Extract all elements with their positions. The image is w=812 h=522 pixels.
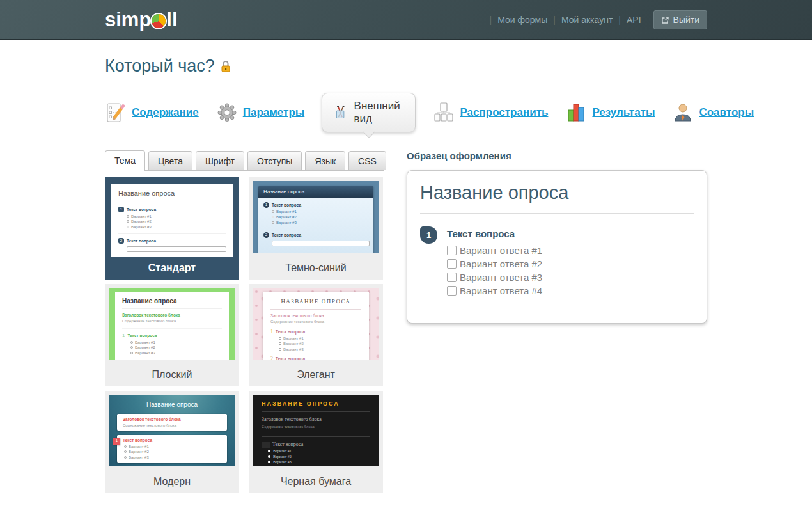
theme-tile-modern[interactable]: Название опроса Заголовок текстового бло…: [105, 391, 239, 493]
nav-item-results-label: Результаты: [592, 106, 655, 119]
theme-preview-modern: Название опроса Заголовок текстового бло…: [105, 391, 239, 470]
theme-preview-flat: Название опроса Заголовок текстового бло…: [105, 284, 239, 363]
appearance-subtabs: Тема Цвета Шрифт Отступы Язык CSS: [105, 150, 384, 171]
sample-divider: [420, 213, 694, 214]
nav-separator: |: [553, 15, 556, 25]
subtab-colors[interactable]: Цвета: [148, 151, 192, 170]
sample-question-title: Текст вопроса: [447, 228, 542, 239]
lock-icon: [221, 60, 231, 72]
mini-option: Вариант #2: [279, 342, 361, 345]
mini-survey-title: Название опроса: [117, 401, 227, 408]
theme-tile-black-paper[interactable]: НАЗВАНИЕ ОПРОСА Заголовок текстового бло…: [249, 391, 383, 493]
bar-chart-icon: [565, 102, 587, 123]
subtab-theme[interactable]: Тема: [105, 150, 145, 171]
nav-item-appearance-active[interactable]: Внешний вид: [322, 93, 416, 132]
subtab-css[interactable]: CSS: [348, 151, 386, 170]
mini-block-title: Заголовок текстового блока: [122, 313, 222, 317]
mini-question-number: 1: [113, 438, 120, 445]
logo-text-right: ll: [166, 8, 177, 31]
nav-item-content-label: Содержание: [132, 106, 199, 119]
mini-question-number: 1: [270, 329, 273, 335]
nav-my-account-link[interactable]: Мой аккаунт: [561, 15, 613, 25]
mini-question-number: 2: [122, 360, 125, 360]
mini-survey-title: Название опроса: [122, 297, 222, 309]
mini-option: Вариант #3: [124, 455, 221, 459]
mini-question-title: Текст вопроса: [127, 239, 156, 243]
nav-item-content[interactable]: Содержание: [105, 102, 199, 123]
mini-question-number: 2: [263, 232, 269, 238]
mini-option: Вариант #1: [130, 340, 222, 344]
nav-item-appearance-label: Внешний вид: [354, 100, 405, 125]
sample-answer-option-3[interactable]: Вариант ответа #3: [447, 272, 542, 283]
mini-question-number: 2: [118, 238, 124, 244]
mini-block-content: Содержание текстового блока: [270, 320, 361, 324]
sample-answer-option-2[interactable]: Вариант ответа #2: [447, 258, 542, 269]
theme-label: Стандарт: [105, 257, 239, 280]
mini-survey-title: НАЗВАНИЕ ОПРОСА: [270, 298, 361, 310]
page-title: Который час?: [105, 56, 215, 76]
app-header: simp ll | Мои формы | Мой аккаунт | API …: [0, 0, 812, 40]
theme-tile-dark-blue[interactable]: Название опроса 1 Текст вопроса Вариант …: [249, 177, 383, 280]
mini-text-input: [272, 241, 370, 246]
nav-item-results[interactable]: Результаты: [565, 102, 655, 123]
checkbox-icon[interactable]: [447, 246, 457, 255]
mini-option: Вариант #1: [279, 336, 361, 340]
mini-option: Вариант #3: [272, 221, 368, 225]
nav-item-parameters[interactable]: Параметры: [216, 102, 305, 123]
nav-api-link[interactable]: API: [627, 15, 641, 25]
simpoll-logo[interactable]: simp ll: [105, 8, 178, 31]
theme-tile-elegant[interactable]: НАЗВАНИЕ ОПРОСА Заголовок текстового бло…: [249, 284, 383, 386]
sample-preview-card: Название опроса 1 Текст вопроса Вариант …: [407, 170, 707, 324]
header-nav: | Мои формы | Мой аккаунт | API Выйти: [490, 10, 707, 29]
logo-text-left: simp: [105, 8, 151, 31]
checkbox-icon[interactable]: [447, 259, 457, 269]
mini-question-number: 1: [122, 333, 125, 338]
nav-item-coauthors[interactable]: Соавторы: [672, 102, 754, 123]
theme-preview-standart: Название опроса 1 Текст вопроса Вариант …: [105, 177, 239, 257]
subtab-font[interactable]: Шрифт: [196, 151, 244, 170]
mini-block-content: Содержание текстового блока: [262, 424, 370, 429]
mini-block-content: Содержание текстового блока: [122, 319, 222, 323]
mini-question-title: Текст вопроса: [123, 438, 221, 443]
logout-button[interactable]: Выйти: [653, 10, 707, 29]
mini-option: Вариант #2: [268, 455, 370, 459]
subtab-language[interactable]: Язык: [305, 151, 345, 170]
theme-tile-standart[interactable]: Название опроса 1 Текст вопроса Вариант …: [105, 177, 239, 280]
sample-answer-option-4[interactable]: Вариант ответа #4: [447, 285, 542, 296]
theme-preview-elegant: НАЗВАНИЕ ОПРОСА Заголовок текстового бло…: [249, 284, 383, 363]
subtab-margins[interactable]: Отступы: [247, 151, 302, 170]
mini-block-title: Заголовок текстового блока: [262, 416, 370, 422]
checkbox-icon[interactable]: [447, 273, 457, 282]
theme-label: Черная бумага: [249, 470, 383, 493]
theme-tile-flat[interactable]: Название опроса Заголовок текстового бло…: [105, 284, 239, 386]
mini-option: Вариант #1: [127, 214, 226, 218]
mini-survey-title: Название опроса: [118, 189, 226, 202]
nav-item-distribute-label: Распространить: [460, 106, 548, 119]
nav-item-distribute[interactable]: Распространить: [433, 102, 548, 123]
mini-question-title: Текст вопроса: [276, 356, 305, 360]
checkbox-icon[interactable]: [447, 286, 457, 296]
mini-question-title: Текст вопроса: [272, 233, 301, 237]
theme-label: Темно-синий: [249, 257, 383, 280]
mini-option: Вариант #2: [272, 215, 368, 219]
document-pencil-icon: [105, 102, 127, 123]
mini-option: Вариант #3: [130, 351, 222, 355]
theme-gallery: Название опроса 1 Текст вопроса Вариант …: [105, 177, 384, 493]
mini-question-number: 1: [263, 202, 269, 208]
theme-preview-black-paper: НАЗВАНИЕ ОПРОСА Заголовок текстового бло…: [249, 391, 383, 470]
nav-item-parameters-label: Параметры: [243, 106, 305, 119]
nav-separator: |: [618, 15, 621, 25]
nav-item-coauthors-label: Соавторы: [699, 106, 754, 119]
mini-survey-title: НАЗВАНИЕ ОПРОСА: [262, 400, 370, 407]
theme-label: Плоский: [105, 363, 239, 386]
nav-separator: |: [490, 15, 492, 25]
logout-label: Выйти: [673, 15, 699, 25]
mini-block-title: Заголовок текстового блока: [270, 313, 361, 318]
paint-glass-icon: [332, 102, 348, 123]
pie-chart-logo-icon: [152, 14, 166, 28]
sample-answer-option-1[interactable]: Вариант ответа #1: [447, 245, 542, 256]
nav-my-forms-link[interactable]: Мои формы: [497, 15, 547, 25]
sample-heading: Образец оформления: [407, 150, 707, 161]
mini-question-number: 1: [118, 207, 124, 212]
mini-option: Вариант #3: [127, 225, 226, 229]
